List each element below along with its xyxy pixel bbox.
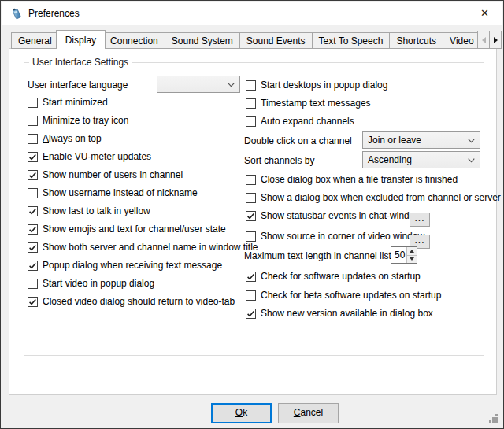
checkbox-label[interactable]: Always on top bbox=[43, 133, 102, 144]
checkbox-row: Enable VU-meter updates bbox=[28, 152, 151, 163]
sort-channels-label: Sort channels by bbox=[244, 155, 314, 166]
checkbox-label[interactable]: Check for beta software updates on start… bbox=[261, 290, 441, 301]
tab-display[interactable]: Display bbox=[56, 30, 106, 49]
tab-general[interactable]: General bbox=[11, 32, 59, 49]
checkbox-checked[interactable] bbox=[28, 170, 38, 180]
more-options-button[interactable]: ... bbox=[410, 213, 430, 227]
arrow-left-icon bbox=[482, 37, 486, 43]
checkbox-row: Start video in popup dialog bbox=[28, 279, 154, 290]
spinner-buttons bbox=[406, 247, 417, 263]
checkbox-checked[interactable] bbox=[246, 272, 256, 282]
checkbox-label[interactable]: Close dialog box when a file transfer is… bbox=[261, 174, 458, 185]
checkbox-row: Timestamp text messages bbox=[246, 98, 371, 109]
checkbox-unchecked[interactable] bbox=[28, 279, 38, 289]
checkbox-unchecked[interactable] bbox=[28, 188, 38, 198]
checkbox-row: Auto expand channels bbox=[246, 116, 354, 128]
checkbox-unchecked[interactable] bbox=[246, 290, 256, 301]
checkbox-row: Show last to talk in yellow bbox=[28, 206, 150, 217]
checkbox-label[interactable]: Show source in corner of video window bbox=[261, 231, 424, 242]
tab-page-display: User Interface Settings User interface l… bbox=[9, 48, 497, 395]
tab-scroll-right-button[interactable] bbox=[489, 31, 502, 49]
checkbox-checked[interactable] bbox=[246, 211, 256, 221]
checkbox-label[interactable]: Show username instead of nickname bbox=[43, 187, 198, 198]
tab-video[interactable]: Video bbox=[443, 32, 477, 49]
checkbox-unchecked[interactable] bbox=[28, 98, 38, 108]
checkbox-label[interactable]: Enable VU-meter updates bbox=[43, 151, 151, 162]
checkbox-label[interactable]: Show number of users in channel bbox=[43, 169, 183, 180]
chevron-down-icon bbox=[468, 158, 475, 163]
checkbox-label[interactable]: Show a dialog box when excluded from cha… bbox=[261, 192, 501, 203]
tab-text-to-speech[interactable]: Text To Speech bbox=[312, 32, 391, 49]
max-text-length-label: Maximum text length in channel list bbox=[244, 250, 391, 261]
checkbox-row: Show number of users in channel bbox=[28, 170, 183, 181]
checkbox-label[interactable]: Start desktops in popup dialog bbox=[261, 80, 387, 91]
tab-sound-events[interactable]: Sound Events bbox=[239, 32, 313, 49]
checkbox-checked[interactable] bbox=[28, 297, 38, 307]
ok-button[interactable]: Ok bbox=[211, 403, 272, 423]
language-combobox[interactable] bbox=[157, 76, 240, 93]
checkbox-label[interactable]: Show new version available in dialog box bbox=[261, 308, 433, 319]
checkbox-row: Show emojis and text for channel/user st… bbox=[28, 224, 226, 235]
checkbox-unchecked[interactable] bbox=[246, 116, 256, 127]
tab-connection[interactable]: Connection bbox=[103, 32, 165, 49]
spinner-up-button[interactable] bbox=[407, 247, 417, 255]
checkbox-label[interactable]: Start video in popup dialog bbox=[43, 278, 154, 289]
checkbox-unchecked[interactable] bbox=[246, 193, 256, 203]
checkbox-label[interactable]: Show emojis and text for channel/user st… bbox=[43, 224, 226, 235]
tab-sound-system[interactable]: Sound System bbox=[165, 32, 240, 49]
checkbox-row: Start desktops in popup dialog bbox=[246, 80, 387, 91]
checkbox-unchecked[interactable] bbox=[28, 116, 38, 126]
checkbox-unchecked[interactable] bbox=[28, 134, 38, 144]
checkbox-row: Show a dialog box when excluded from cha… bbox=[246, 193, 501, 204]
group-title: User Interface Settings bbox=[29, 57, 132, 68]
title-bar[interactable]: Preferences ✕ bbox=[2, 2, 502, 25]
checkbox-row: Show source in corner of video window bbox=[246, 231, 424, 242]
checkbox-label[interactable]: Auto expand channels bbox=[261, 116, 354, 127]
cancel-button[interactable]: Cancel bbox=[278, 403, 339, 423]
checkbox-row: Show new version available in dialog box bbox=[246, 309, 433, 320]
chevron-down-icon bbox=[468, 139, 475, 143]
checkbox-label[interactable]: Timestamp text messages bbox=[261, 98, 371, 109]
checkbox-label[interactable]: Popup dialog when receiving text message bbox=[43, 260, 222, 271]
checkbox-row: Closed video dialog should return to vid… bbox=[28, 297, 235, 308]
spinner-down-button[interactable] bbox=[407, 255, 417, 264]
checkbox-checked[interactable] bbox=[28, 242, 38, 253]
window-title: Preferences bbox=[28, 2, 80, 25]
resize-grip[interactable] bbox=[489, 414, 500, 425]
checkbox-checked[interactable] bbox=[28, 152, 38, 162]
double-click-combobox-value: Join or leave bbox=[368, 135, 421, 146]
checkbox-label[interactable]: Start minimized bbox=[43, 97, 108, 108]
checkbox-unchecked[interactable] bbox=[246, 175, 256, 185]
checkbox-row: Always on top bbox=[28, 134, 102, 145]
teamtalk-app-icon bbox=[10, 7, 23, 20]
spinner-value[interactable]: 50 bbox=[391, 247, 406, 263]
tab-shortcuts[interactable]: Shortcuts bbox=[389, 32, 443, 49]
checkbox-row: Check for beta software updates on start… bbox=[246, 290, 441, 301]
checkbox-unchecked[interactable] bbox=[246, 98, 256, 109]
sort-channels-combobox-value: Ascending bbox=[368, 154, 412, 165]
arrow-down-icon bbox=[410, 257, 414, 261]
checkbox-unchecked[interactable] bbox=[246, 231, 256, 242]
tab-scroll-left-button[interactable] bbox=[477, 31, 490, 49]
double-click-combobox[interactable]: Join or leave bbox=[362, 131, 480, 149]
checkbox-label[interactable]: Show both server and channel name in win… bbox=[43, 242, 258, 253]
max-text-length-spinner: 50 bbox=[391, 246, 417, 264]
checkbox-checked[interactable] bbox=[28, 206, 38, 216]
checkbox-row: Check for software updates on startup bbox=[246, 272, 421, 283]
checkbox-label[interactable]: Minimize to tray icon bbox=[43, 115, 128, 126]
checkbox-row: Show both server and channel name in win… bbox=[28, 242, 258, 253]
checkbox-label[interactable]: Show statusbar events in chat-window bbox=[261, 210, 421, 221]
checkbox-row: Show username instead of nickname bbox=[28, 188, 198, 199]
checkbox-unchecked[interactable] bbox=[246, 80, 256, 91]
checkbox-label[interactable]: Closed video dialog should return to vid… bbox=[43, 296, 235, 307]
checkbox-checked[interactable] bbox=[28, 261, 38, 271]
checkbox-checked[interactable] bbox=[28, 224, 38, 235]
checkbox-checked[interactable] bbox=[246, 309, 256, 319]
checkbox-label[interactable]: Show last to talk in yellow bbox=[43, 205, 150, 216]
checkbox-label[interactable]: Check for software updates on startup bbox=[261, 271, 421, 282]
close-button[interactable]: ✕ bbox=[467, 2, 502, 25]
arrow-up-icon bbox=[410, 250, 414, 253]
double-click-label: Double click on a channel bbox=[244, 135, 352, 146]
sort-channels-combobox[interactable]: Ascending bbox=[362, 151, 480, 168]
tab-bar: GeneralDisplayConnectionSound SystemSoun… bbox=[11, 28, 477, 49]
